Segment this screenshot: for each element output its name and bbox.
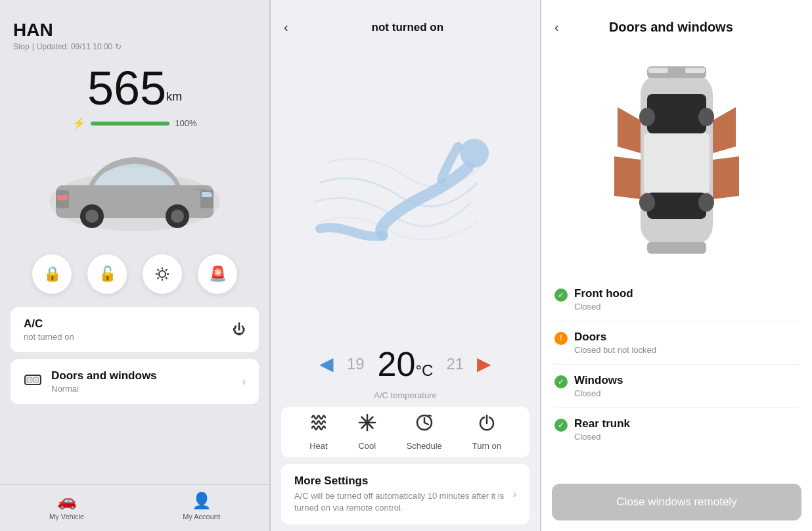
action-buttons: 🔒 🔓 🚨	[13, 254, 256, 294]
front-hood-status-dot: ✓	[554, 289, 568, 302]
nav-vehicle[interactable]: 🚗 My Vehicle	[49, 492, 84, 520]
svg-rect-33	[647, 94, 706, 133]
doors-card[interactable]: Doors and windows Normal ›	[11, 359, 259, 404]
alarm-button[interactable]: 🚨	[198, 254, 237, 294]
car-name: HAN	[13, 20, 256, 41]
svg-rect-42	[648, 68, 668, 73]
ac-card[interactable]: A/C not turned on ⏻	[11, 307, 259, 352]
doors-back-button[interactable]: ‹	[554, 20, 559, 35]
ac-cool-button[interactable]: Cool	[358, 413, 376, 451]
panel-ac: ‹ not turned on ◀ 19 20°C 21 ▶	[271, 0, 541, 531]
svg-rect-41	[647, 242, 706, 254]
rear-trunk-status-dot: ✓	[554, 419, 568, 432]
ac-schedule-button[interactable]: Schedule	[407, 413, 442, 451]
svg-line-15	[158, 269, 159, 271]
ac-card-subtitle: not turned on	[24, 332, 233, 342]
range-number: 565	[87, 62, 166, 114]
svg-point-38	[639, 193, 655, 212]
ac-title: not turned on	[288, 21, 527, 34]
doors-card-title: Doors and windows	[51, 369, 242, 382]
rear-trunk-title: Rear trunk	[574, 417, 630, 430]
doors-status-value: Closed but not locked	[574, 345, 656, 355]
windows-status-title: Windows	[574, 374, 623, 387]
temp-left-arrow[interactable]: ◀	[319, 353, 334, 375]
ac-animation	[271, 41, 540, 338]
front-hood-title: Front hood	[574, 287, 633, 300]
heat-icon	[309, 413, 328, 436]
vehicle-nav-icon: 🚗	[57, 492, 77, 510]
more-settings-arrow: ›	[513, 488, 516, 500]
svg-rect-5	[57, 195, 68, 200]
more-settings-title: More Settings	[294, 474, 513, 488]
vehicle-header: HAN Stop | Updated: 09/11 10:00 ↻	[0, 0, 269, 58]
svg-line-16	[166, 277, 167, 279]
schedule-icon	[415, 413, 434, 436]
temp-label: A/C temperature	[271, 390, 540, 400]
doors-card-arrow: ›	[242, 376, 246, 388]
doors-card-text: Doors and windows Normal	[51, 369, 242, 394]
svg-point-27	[365, 421, 369, 425]
battery-percentage: 100%	[175, 118, 196, 128]
more-settings-desc: A/C will be turned off automatically 10 …	[294, 490, 513, 514]
feature-cards: A/C not turned on ⏻ Doors and windows No…	[11, 307, 259, 478]
battery-bar	[91, 122, 169, 126]
lock-button[interactable]: 🔒	[32, 254, 72, 294]
more-settings-card[interactable]: More Settings A/C will be turned off aut…	[281, 464, 530, 524]
range-display: 565km	[0, 64, 269, 112]
battery-bar-container: ⚡ 100%	[0, 117, 269, 129]
ac-back-button[interactable]: ‹	[284, 20, 288, 35]
rear-trunk-value: Closed	[574, 432, 630, 442]
turnon-icon	[478, 413, 496, 436]
turnon-label: Turn on	[472, 441, 501, 451]
windows-status-dot: ✓	[554, 375, 568, 388]
status-doors: ! Doors Closed but not locked	[554, 321, 799, 365]
svg-rect-43	[685, 68, 705, 73]
nav-account[interactable]: 👤 My Account	[183, 492, 220, 520]
ac-controls: Heat Cool	[281, 407, 530, 457]
unlock-button[interactable]: 🔓	[87, 254, 127, 294]
doors-card-icon	[24, 373, 42, 391]
bottom-nav: 🚗 My Vehicle 👤 My Account	[0, 484, 269, 531]
schedule-label: Schedule	[407, 441, 442, 451]
doors-card-subtitle: Normal	[51, 384, 242, 394]
svg-point-37	[698, 108, 714, 126]
nav-vehicle-label: My Vehicle	[49, 513, 84, 520]
ac-turnon-button[interactable]: Turn on	[472, 413, 501, 451]
temp-control: ◀ 19 20°C 21 ▶	[271, 338, 540, 390]
svg-rect-34	[647, 193, 706, 219]
panel-vehicle: HAN Stop | Updated: 09/11 10:00 ↻ 565km …	[0, 0, 271, 531]
panel-doors: ‹ Doors and windows	[541, 0, 812, 531]
car-image	[30, 136, 240, 241]
svg-line-18	[158, 277, 159, 279]
svg-rect-1	[56, 185, 214, 218]
temp-main-value: 20°C	[378, 344, 434, 384]
status-rear-trunk: ✓ Rear trunk Closed	[554, 408, 799, 451]
cool-icon	[358, 413, 376, 436]
svg-rect-35	[644, 133, 710, 193]
temp-right-arrow[interactable]: ▶	[477, 353, 491, 375]
svg-rect-20	[27, 377, 32, 382]
svg-line-30	[424, 423, 428, 425]
status-front-hood: ✓ Front hood Closed	[554, 278, 799, 321]
close-windows-button[interactable]: Close windows remotely	[552, 484, 801, 520]
svg-point-10	[159, 271, 166, 277]
ac-heat-button[interactable]: Heat	[309, 413, 328, 451]
svg-point-36	[639, 108, 655, 126]
status-windows: ✓ Windows Closed	[554, 365, 799, 408]
svg-point-39	[698, 193, 714, 212]
svg-point-7	[85, 210, 99, 223]
temp-right-value: 21	[446, 355, 464, 373]
cool-label: Cool	[358, 441, 376, 451]
front-hood-value: Closed	[574, 302, 633, 312]
ac-power-icon[interactable]: ⏻	[233, 322, 246, 337]
range-unit: km	[166, 90, 182, 103]
lights-button[interactable]	[143, 254, 182, 294]
ac-card-text: A/C not turned on	[24, 317, 233, 342]
nav-account-label: My Account	[183, 513, 220, 520]
doors-title: Doors and windows	[559, 20, 783, 35]
svg-rect-21	[34, 377, 39, 382]
account-nav-icon: 👤	[192, 492, 212, 510]
battery-icon: ⚡	[72, 117, 85, 129]
ac-header: ‹ not turned on	[271, 0, 540, 41]
temp-left-value: 19	[347, 355, 365, 373]
